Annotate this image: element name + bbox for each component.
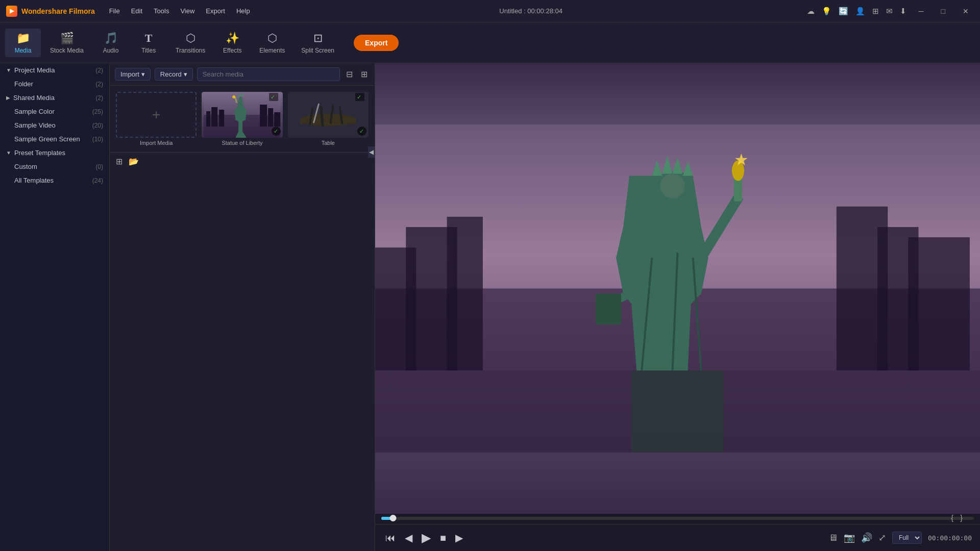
quality-select[interactable]: Full 1/2 1/4 [892,532,922,544]
step-forward-button[interactable]: ▶ [453,530,465,546]
play-button[interactable]: ▶ [420,529,433,547]
svg-rect-6 [268,108,273,127]
media-toolbar: Import ▾ Record ▾ ⊟ ⊞ [110,63,375,86]
toolbar-audio[interactable]: 🎵 Audio [93,29,129,57]
scrubber-track[interactable]: { } [381,517,974,520]
cloud-icon[interactable]: ☁ [807,7,815,16]
tree-preset-templates[interactable]: ▼ Preset Templates [0,146,109,160]
maximize-button[interactable]: □ [936,6,950,16]
snapshot-icon[interactable]: 📷 [844,532,855,543]
tree-shared-media[interactable]: ▶ Shared Media (2) [0,91,109,105]
menu-help[interactable]: Help [231,5,255,17]
import-chevron-icon: ▾ [141,70,145,78]
scrubber-bar: { } [375,514,980,524]
svg-point-44 [660,174,684,198]
bulb-icon[interactable]: 💡 [822,7,831,16]
titles-icon: T [145,32,153,45]
tree-custom[interactable]: Custom (0) [0,160,109,173]
add-to-timeline-icon[interactable]: ⊞ [116,157,122,166]
titlebar-right: ☁ 💡 🔄 👤 ⊞ ✉ ⬇ ─ □ ✕ [807,6,974,16]
svg-rect-4 [219,110,224,127]
download-icon[interactable]: ⬇ [900,7,906,16]
menu-view[interactable]: View [175,5,200,17]
collapse-panel-button[interactable]: ◀ [368,146,375,158]
create-folder-icon[interactable]: 📂 [129,157,139,166]
rewind-button[interactable]: ⏮ [383,530,398,546]
table-thumb[interactable]: ✓ ✓ [288,92,369,138]
grid-icon[interactable]: ⊞ [872,7,879,16]
svg-rect-33 [908,237,970,370]
toolbar-effects[interactable]: ✨ Effects [214,29,250,57]
export-button[interactable]: Export [354,35,399,51]
shared-media-count: (2) [95,94,103,102]
volume-icon[interactable]: 🔊 [861,532,872,543]
custom-label: Custom [14,163,37,170]
out-marker-icon[interactable]: } [960,514,963,522]
svg-rect-7 [274,112,280,127]
sample-green-screen-count: (10) [92,136,103,143]
import-dropdown[interactable]: Import ▾ [115,68,151,81]
table-label: Table [288,140,369,146]
search-media-input[interactable] [197,67,340,81]
mail-icon[interactable]: ✉ [886,7,893,16]
project-title: Untitled : 00:00:28:04 [499,7,562,15]
fullscreen-icon[interactable]: ⤢ [878,532,886,543]
project-media-count: (2) [95,67,103,74]
record-dropdown[interactable]: Record ▾ [155,68,193,81]
toolbar-titles[interactable]: T Titles [131,29,166,57]
screen-icon[interactable]: 🖥 [828,533,838,543]
import-media-label: Import Media [116,140,197,146]
left-panel: ▼ Project Media (2) Folder (2) ▶ Shared … [0,63,110,551]
tree-sample-green-screen[interactable]: Sample Green Screen (10) [0,132,109,146]
table-thumbnail-svg: ✓ [290,92,366,138]
playback-controls: ⏮ ◀ ▶ ■ ▶ [383,529,465,547]
menu-edit[interactable]: Edit [126,5,148,17]
toolbar-transitions[interactable]: ⬡ Transitions [168,29,212,57]
user-icon[interactable]: 👤 [855,7,865,16]
shared-media-label: Shared Media [13,94,55,102]
svg-text:✓: ✓ [271,94,275,100]
stock-media-label: Stock Media [50,47,84,54]
svg-rect-5 [260,105,267,127]
sample-video-label: Sample Video [14,121,56,129]
close-button[interactable]: ✕ [958,6,974,16]
custom-count: (0) [95,163,103,170]
preview-controls: ⏮ ◀ ▶ ■ ▶ 🖥 📷 🔊 ⤢ Full 1/2 1/4 00:00:00:… [375,524,980,551]
step-back-button[interactable]: ◀ [403,530,414,546]
toolbar-split-screen[interactable]: ⊡ Split Screen [294,29,341,57]
audio-toolbar-label: Audio [103,47,119,54]
tree-sample-video[interactable]: Sample Video (20) [0,118,109,132]
menu-tools[interactable]: Tools [149,5,174,17]
audio-toolbar-icon: 🎵 [104,32,118,45]
scrubber-thumb[interactable] [390,515,397,521]
preview-content: ★ [375,63,980,514]
all-templates-label: All Templates [14,177,54,184]
import-media-button[interactable]: + [116,92,197,138]
menu-export[interactable]: Export [201,5,230,17]
tree-sample-color[interactable]: Sample Color (25) [0,105,109,118]
svg-point-13 [232,95,235,98]
list-item: + Import Media [116,92,197,146]
app-logo-icon: ▶ [6,6,17,17]
sync-icon[interactable]: 🔄 [839,7,848,16]
titlebar: ▶ Wondershare Filmora File Edit Tools Vi… [0,0,980,22]
toolbar-media[interactable]: 📁 Media [5,29,41,57]
record-chevron-icon: ▾ [184,70,187,78]
toolbar-stock-media[interactable]: 🎬 Stock Media [43,29,91,57]
preview-video: ★ [375,63,980,514]
filter-icon[interactable]: ⊟ [344,67,355,81]
grid-view-icon[interactable]: ⊞ [359,67,370,81]
tree-project-media[interactable]: ▼ Project Media (2) [0,63,109,77]
tree-folder[interactable]: Folder (2) [0,77,109,91]
titlebar-left: ▶ Wondershare Filmora File Edit Tools Vi… [6,5,255,17]
menu-file[interactable]: File [104,5,125,17]
tree-all-templates[interactable]: All Templates (24) [0,173,109,187]
minimize-button[interactable]: ─ [914,6,929,16]
toolbar-elements[interactable]: ⬡ Elements [252,29,292,57]
preview-panel: ★ { } ⏮ [375,63,980,551]
titles-label: Titles [141,47,156,54]
stop-button[interactable]: ■ [438,530,448,546]
in-marker-icon[interactable]: { [951,514,953,522]
svg-text:★: ★ [734,151,749,169]
statue-of-liberty-thumb[interactable]: ✓ ✓ [202,92,282,138]
